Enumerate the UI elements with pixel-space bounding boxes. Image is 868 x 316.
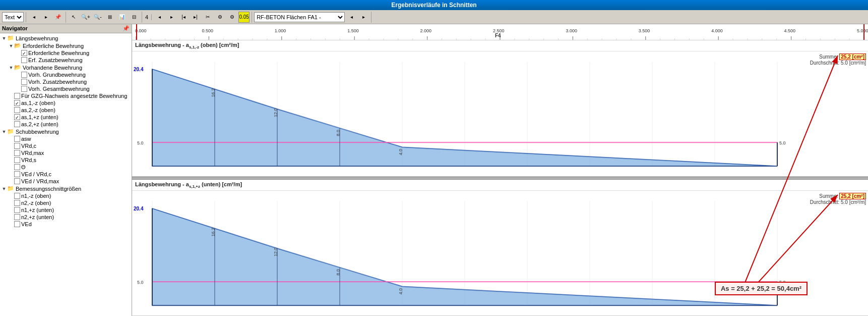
tool-gear[interactable]: ⚙ [214,12,225,23]
checkbox-icon[interactable] [21,57,27,63]
tree-item-ved-vrdmax[interactable]: VEd / VRd,max [1,178,131,185]
tree-item-asw[interactable]: asw [1,135,131,142]
tree-toggle-icon[interactable]: ▼ [1,36,7,41]
tree-item-vrdc[interactable]: VRd,c [1,142,131,149]
tool-calc[interactable]: 0.05 [238,12,250,23]
tree-item-vorhandene[interactable]: ▼📂Vorhandene Bewehrung [1,64,131,71]
tree-label: Vorhandene Bewehrung [23,65,82,71]
tree-label: n2,+z (unten) [21,214,54,220]
tool-settings2[interactable]: ⚙ [226,12,237,23]
toolbar: Text ◂ ▸ 📌 ↖ 🔍+ 🔍- ⊞ 📊 ⊟ 4 ◂ ▸ |◂ ▸| ✂ ⚙… [0,10,868,24]
tree-item-vrdmax[interactable]: VRd,max [1,149,131,156]
tree-label: as,1,+z (unten) [21,114,58,120]
tree-label: Vorh. Grundbewehrung [28,72,86,78]
tree-item-as1z-oben[interactable]: ✓as,1,-z (oben) [1,99,131,107]
tree-label: Vorh. Gesamtbewehrung [28,86,90,92]
tool-zoom-out[interactable]: 🔍- [92,12,103,23]
chart-top-panel: Längsbewehrung - as,1,-z (oben) [cm²/m] … [132,40,868,177]
checkbox-icon[interactable] [14,150,20,156]
navigator-tree[interactable]: ▼📁Längsbewehrung▼📂Erforderliche Bewehrun… [0,33,132,316]
checkbox-icon[interactable] [14,221,20,227]
tree-item-bemessungs[interactable]: ▼📁Bemessungsschnittgrößen [1,185,131,192]
tree-item-erforderliche[interactable]: ▼📂Erforderliche Bewehrung [1,42,131,49]
checkbox-icon[interactable] [14,193,20,199]
checkbox-icon[interactable] [14,93,20,99]
tree-item-as2z-unten[interactable]: as,2,+z (unten) [1,121,131,128]
tree-item-ved-vrdc[interactable]: VEd / VRd,c [1,171,131,178]
checkbox-icon[interactable] [14,164,20,170]
tool-export[interactable]: 📊 [116,12,128,23]
charts-container: Längsbewehrung - as,1,-z (oben) [cm²/m] … [132,40,868,316]
tool-zoom-fit[interactable]: ⊞ [104,12,115,23]
tool-scissors[interactable]: ✂ [202,12,213,23]
tree-label: Bemessungsschnittgrößen [16,186,81,192]
checkbox-icon[interactable] [14,178,20,184]
arrow-last-button[interactable]: ▸| [190,12,201,23]
tree-item-laengsbewehrung[interactable]: ▼📁Längsbewehrung [1,34,131,42]
navigator-pin-icon[interactable]: 📌 [122,25,130,32]
checkbox-icon[interactable] [14,143,20,149]
tree-item-erf-bewehrung[interactable]: ✓Erforderliche Bewehrung [1,49,131,57]
tree-label: Für GZG-Nachweis angesetzte Bewehrung [21,93,127,99]
main-layout: Navigator 📌 ▼📁Längsbewehrung▼📂Erforderli… [0,24,868,316]
arrow-right-button[interactable]: ▸ [166,12,177,23]
checkbox-icon[interactable] [14,214,20,220]
tree-item-fuer-gzg[interactable]: Für GZG-Nachweis angesetzte Bewehrung [1,92,131,99]
tool-cursor[interactable]: ↖ [68,12,79,23]
tree-item-vrds[interactable]: VRd,s [1,156,131,164]
tree-label: Θ [21,164,26,170]
chart-top-title: Längsbewehrung - as,1,-z (oben) [cm²/m] [132,40,868,51]
tree-item-schubbewehrung[interactable]: ▼📁Schubbewehrung [1,128,131,135]
folder-icon: 📂 [14,42,21,49]
tree-item-n1z-oben[interactable]: n1,-z (oben) [1,192,131,199]
rf-select[interactable]: RF-BETON Flächen FA1 - [254,12,345,22]
tree-item-as2z-oben[interactable]: as,2,-z (oben) [1,107,131,114]
tree-item-erf-zusatz[interactable]: Erf. Zusatzbewehrung [1,57,131,64]
rf-prev-button[interactable]: ◂ [346,12,357,23]
tree-label: asw [21,136,31,142]
tool-zoom-in[interactable]: 🔍+ [80,12,91,23]
folder-icon: 📂 [14,64,21,71]
text-select[interactable]: Text [2,12,24,22]
checkbox-icon[interactable] [14,171,20,177]
checkbox-icon[interactable] [21,79,27,85]
nav-forward-button[interactable]: ▸ [40,12,51,23]
nav-back-button[interactable]: ◂ [28,12,39,23]
checkbox-icon[interactable] [14,200,20,206]
checkbox-icon[interactable] [14,157,20,163]
tree-toggle-icon[interactable]: ▼ [8,65,14,70]
checkbox-icon[interactable]: ✓ [14,100,20,106]
checkbox-icon[interactable] [14,121,20,127]
title-bar: Ergebnisverläufe in Schnitten [0,0,868,10]
tree-toggle-icon[interactable]: ▼ [8,43,14,48]
tree-item-vorh-grund[interactable]: Vorh. Grundbewehrung [1,71,131,78]
tree-label: as,1,-z (oben) [21,100,55,106]
checkbox-icon[interactable] [21,72,27,78]
tree-item-ved[interactable]: VEd [1,221,131,228]
tree-item-n1z-unten[interactable]: n1,+z (unten) [1,206,131,214]
tree-label: as,2,-z (oben) [21,107,55,113]
checkbox-icon[interactable]: ✓ [21,50,27,56]
checkbox-icon[interactable]: ✓ [14,114,20,120]
toolbar-group-tools: ↖ 🔍+ 🔍- ⊞ 📊 ⊟ [68,12,142,23]
checkbox-icon[interactable] [14,207,20,213]
tree-item-n2z-unten[interactable]: n2,+z (unten) [1,214,131,221]
checkbox-icon[interactable] [14,107,20,113]
tree-item-vorh-gesamt[interactable]: Vorh. Gesamtbewehrung [1,85,131,92]
tree-item-n2z-oben[interactable]: n2,-z (oben) [1,199,131,206]
tool-table[interactable]: ⊟ [129,12,140,23]
tree-item-as1z-unten[interactable]: ✓as,1,+z (unten) [1,114,131,121]
toolbar-group-nav: ◂ ▸ 📌 [28,12,66,23]
arrow-first-button[interactable]: |◂ [178,12,189,23]
tree-label: Erforderliche Bewehrung [28,50,89,56]
tree-toggle-icon[interactable]: ▼ [1,129,7,134]
tree-item-theta[interactable]: Θ [1,164,131,171]
nav-pin-button[interactable]: 📌 [52,12,64,23]
chart-top-canvas [132,51,868,176]
arrow-left-button[interactable]: ◂ [154,12,165,23]
checkbox-icon[interactable] [21,86,27,92]
checkbox-icon[interactable] [14,136,20,142]
rf-next-button[interactable]: ▸ [358,12,369,23]
tree-toggle-icon[interactable]: ▼ [1,186,7,191]
tree-item-vorh-zusatz[interactable]: Vorh. Zusatzbewehrung [1,78,131,85]
